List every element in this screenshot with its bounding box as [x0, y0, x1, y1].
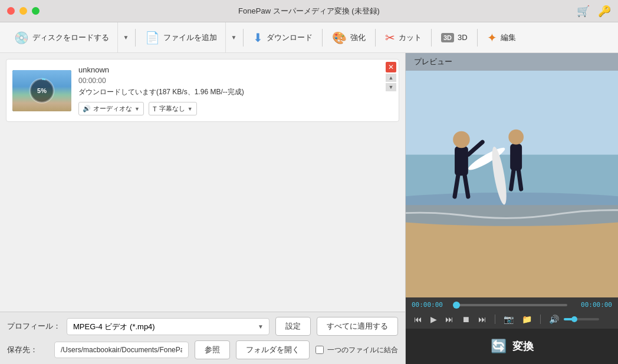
control-separator-2	[540, 315, 541, 324]
edit-icon: ✦	[487, 31, 497, 45]
cut-button[interactable]: ✂ カット	[377, 22, 430, 52]
svg-point-14	[508, 130, 524, 145]
seekbar[interactable]	[456, 304, 567, 306]
preview-scene	[406, 71, 618, 297]
audio-select[interactable]: 🔊 オーディオな ▼	[78, 102, 144, 115]
add-file-label: ファイルを追加	[163, 32, 217, 43]
progress-circle: 5%	[28, 77, 56, 105]
disk-load-label: ディスクをロードする	[32, 32, 109, 43]
settings-button[interactable]: 設定	[275, 317, 311, 336]
audio-icon: 🔊	[83, 105, 91, 112]
open-folder-button[interactable]: フォルダを開く	[236, 340, 310, 359]
minimize-button[interactable]	[19, 7, 27, 15]
convert-icon: 🔄	[491, 339, 507, 354]
3d-label: 3D	[458, 33, 468, 42]
profile-select-container: MPEG-4 ビデオ (*.mp4) ▼	[67, 318, 269, 335]
subtitle-label: 字幕なし	[159, 104, 185, 113]
profile-select[interactable]: MPEG-4 ビデオ (*.mp4)	[67, 318, 269, 335]
thumbnail-container: 5%	[12, 70, 71, 111]
seekbar-knob[interactable]	[453, 302, 460, 309]
skip-start-button[interactable]: ⏮	[412, 313, 425, 325]
time-bar: 00:00:00 00:00:00	[412, 301, 612, 309]
preview-controls: 00:00:00 00:00:00 ⏮ ▶ ⏭ ⏹ ⏭ 📷 📁 🔊	[406, 297, 618, 329]
disk-group: 💿 ディスクをロードする ▼	[6, 22, 134, 53]
volume-bar[interactable]	[564, 318, 599, 320]
titlebar: FonePaw スーパーメディア変換 (未登録) 🛒 🔑	[0, 0, 618, 22]
key-icon[interactable]: 🔑	[598, 5, 611, 18]
disk-load-button[interactable]: 💿 ディスクをロードする	[6, 26, 117, 49]
time-start: 00:00:00	[412, 301, 452, 309]
skip-forward-button[interactable]: ⏭	[443, 313, 456, 325]
divider-5	[431, 29, 432, 47]
add-file-button[interactable]: 📄 ファイルを追加	[137, 26, 225, 49]
divider-1	[135, 29, 136, 47]
bottom-bar: プロフィール： MPEG-4 ビデオ (*.mp4) ▼ 設定 すべてに適用する…	[0, 312, 405, 364]
empty-area	[0, 188, 405, 312]
profile-row: プロフィール： MPEG-4 ビデオ (*.mp4) ▼ 設定 すべてに適用する	[7, 317, 398, 336]
volume-knob[interactable]	[571, 316, 577, 322]
save-path-input[interactable]	[54, 342, 189, 358]
preview-video	[406, 71, 618, 297]
file-dropdown[interactable]: ▼	[225, 22, 242, 53]
enhance-icon: 🎨	[332, 31, 347, 45]
play-button[interactable]: ▶	[428, 313, 439, 325]
edit-button[interactable]: ✦ 編集	[479, 22, 524, 52]
svg-point-8	[453, 131, 470, 148]
stop-button[interactable]: ⏹	[459, 313, 472, 325]
file-list: ✕ ▲ ▼ 5%	[0, 53, 405, 188]
close-button[interactable]	[7, 7, 15, 15]
maximize-button[interactable]	[32, 7, 40, 15]
file-close-button[interactable]: ✕	[386, 62, 396, 72]
cart-icon[interactable]: 🛒	[577, 5, 590, 18]
skip-end-button[interactable]: ⏭	[476, 313, 489, 325]
convert-button[interactable]: 🔄 変換	[406, 329, 618, 364]
file-controls: 🔊 オーディオな ▼ T 字幕なし ▼	[78, 102, 393, 115]
3d-icon: 3D	[441, 33, 454, 42]
divider-3	[322, 29, 323, 47]
profile-label: プロフィール：	[7, 321, 61, 332]
3d-button[interactable]: 3D 3D	[433, 22, 476, 52]
download-button[interactable]: ⬇ ダウンロード	[245, 22, 321, 52]
time-end: 00:00:00	[572, 301, 612, 309]
subtitle-arrow-icon: ▼	[188, 106, 193, 112]
divider-4	[375, 29, 376, 47]
disk-dropdown[interactable]: ▼	[117, 22, 134, 53]
enhance-button[interactable]: 🎨 強化	[324, 22, 374, 52]
nav-down-button[interactable]: ▼	[386, 83, 396, 91]
disk-icon: 💿	[14, 31, 29, 45]
divider-2	[243, 29, 244, 47]
merge-checkbox[interactable]	[315, 346, 324, 354]
file-duration: 00:00:00	[78, 77, 393, 85]
folder-button[interactable]: 📁	[520, 313, 534, 325]
save-row: 保存先： 参照 フォルダを開く 一つのファイルに結合	[7, 340, 398, 359]
file-info: unknown 00:00:00 ダウンロードしています(187 KB/s、1.…	[78, 65, 393, 115]
download-icon: ⬇	[253, 31, 263, 45]
svg-rect-7	[455, 146, 468, 176]
file-name: unknown	[78, 65, 393, 74]
volume-control: 🔊	[547, 313, 599, 325]
screenshot-button[interactable]: 📷	[501, 313, 516, 325]
right-panel: プレビュー	[406, 53, 618, 364]
svg-line-16	[511, 171, 514, 189]
convert-label: 変換	[512, 339, 534, 353]
add-file-icon: 📄	[145, 31, 160, 45]
preview-header: プレビュー	[406, 53, 618, 71]
subtitle-select[interactable]: T 字幕なし ▼	[149, 102, 197, 115]
file-nav-arrows: ▲ ▼	[386, 74, 396, 91]
file-status: ダウンロードしています(187 KB/s、1.96 MB/--完成)	[78, 87, 393, 97]
apply-all-button[interactable]: すべてに適用する	[317, 317, 398, 336]
nav-up-button[interactable]: ▲	[386, 74, 396, 82]
right-bottom: 🔄 変換	[406, 329, 618, 364]
cut-label: カット	[399, 32, 422, 43]
audio-arrow-icon: ▼	[134, 106, 140, 112]
file-group: 📄 ファイルを追加 ▼	[137, 22, 242, 53]
control-separator-1	[495, 315, 495, 324]
merge-label: 一つのファイルに結合	[327, 345, 398, 355]
file-item: ✕ ▲ ▼ 5%	[6, 59, 399, 122]
download-label: ダウンロード	[267, 32, 313, 43]
volume-icon[interactable]: 🔊	[547, 313, 561, 325]
progress-percent: 5%	[37, 87, 47, 94]
browse-button[interactable]: 参照	[195, 340, 230, 359]
app-title: FonePaw スーパーメディア変換 (未登録)	[238, 6, 380, 16]
enhance-label: 強化	[350, 32, 366, 43]
